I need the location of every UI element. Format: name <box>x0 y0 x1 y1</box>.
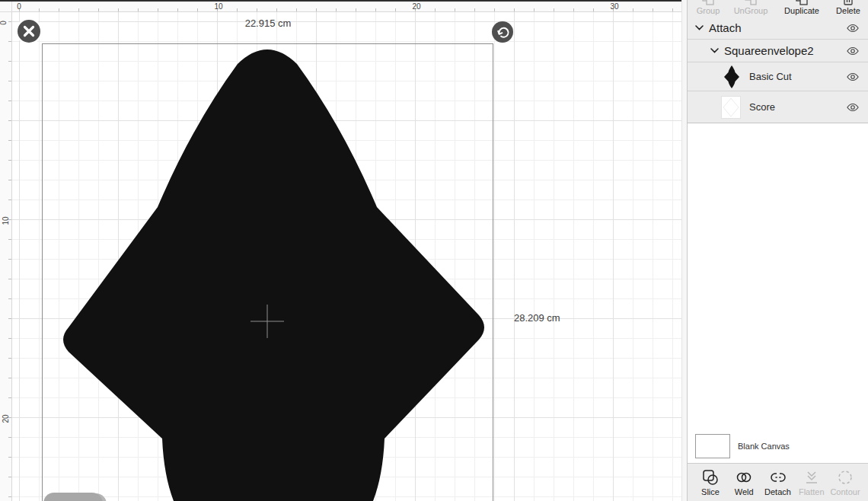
duplicate-icon <box>796 0 808 5</box>
ruler-ticks-horizontal <box>0 8 681 11</box>
ungroup-button: UnGroup <box>728 0 774 17</box>
attach-group-label: Attach <box>709 21 742 34</box>
ungroup-icon <box>745 0 757 5</box>
group-icon <box>702 0 714 5</box>
contour-label: Contour <box>830 487 860 496</box>
blank-canvas-row[interactable]: Blank Canvas <box>688 429 868 463</box>
eye-icon <box>846 46 860 56</box>
contour-button: Contour <box>828 464 862 501</box>
chevron-down-icon[interactable] <box>695 25 704 30</box>
blank-canvas-thumbnail <box>695 434 730 458</box>
selection-height-label: 28.209 cm <box>514 312 560 324</box>
rotate-circle-icon <box>491 21 514 43</box>
ruler-corner <box>0 2 12 12</box>
flatten-button: Flatten <box>795 464 828 501</box>
selection-width-label: 22.915 cm <box>245 18 292 29</box>
duplicate-button[interactable]: Duplicate <box>777 0 826 17</box>
ruler-label: 30 <box>610 2 618 11</box>
x-circle-icon <box>15 18 43 45</box>
detach-label: Detach <box>764 487 791 496</box>
ruler-label: 0 <box>0 21 8 25</box>
duplicate-label: Duplicate <box>784 6 819 15</box>
rotate-selection-handle[interactable] <box>491 21 514 43</box>
slice-button[interactable]: Slice <box>694 464 727 501</box>
ruler-vertical: 0 10 20 <box>0 12 12 501</box>
score-thumbnail <box>721 96 741 119</box>
eye-icon <box>846 72 860 81</box>
blank-canvas-label: Blank Canvas <box>738 442 790 451</box>
canvas-area: 0 10 20 30 0 10 20 22.915 cm 28.209 cm <box>0 0 681 501</box>
ruler-label: 20 <box>412 2 420 11</box>
ungroup-label: UnGroup <box>734 6 768 15</box>
weld-button[interactable]: Weld <box>727 464 761 501</box>
ruler-horizontal: 0 10 20 30 <box>0 2 681 12</box>
selection-bottom-handle[interactable] <box>43 493 103 501</box>
layers-toolbar: Group UnGroup Duplicate Delete <box>688 0 868 17</box>
layer-row-squareenvelope2[interactable]: Squareenvelope2 <box>688 40 868 62</box>
selection-bounding-box[interactable] <box>42 43 493 501</box>
slice-icon <box>702 469 719 486</box>
layers-panel: Group UnGroup Duplicate Delete <box>687 0 868 501</box>
layer-row-basic-cut[interactable]: Basic Cut <box>688 62 868 91</box>
trash-icon <box>843 0 854 5</box>
weld-label: Weld <box>735 487 754 496</box>
detach-button[interactable]: Detach <box>761 464 795 501</box>
ruler-label: 10 <box>214 2 222 11</box>
ruler-label: 10 <box>2 216 10 225</box>
delete-selection-handle[interactable] <box>15 18 43 45</box>
design-app: 0 10 20 30 0 10 20 22.915 cm 28.209 cm <box>0 0 868 501</box>
eye-icon <box>846 23 860 33</box>
contour-icon <box>837 469 854 486</box>
layers-empty-area <box>688 123 868 429</box>
visibility-toggle[interactable] <box>846 23 860 33</box>
score-label: Score <box>749 101 775 113</box>
delete-button[interactable]: Delete <box>829 0 867 17</box>
basic-cut-label: Basic Cut <box>749 71 792 82</box>
ruler-label: 20 <box>2 414 10 423</box>
layer-actions-toolbar: Slice Weld Detach Flatten <box>688 463 868 501</box>
layer-row-attach[interactable]: Attach <box>688 17 868 40</box>
group-label: Group <box>697 6 720 15</box>
layer-row-score[interactable]: Score <box>688 91 868 123</box>
eye-icon <box>846 102 860 112</box>
delete-label: Delete <box>836 6 860 15</box>
detach-icon <box>770 469 787 486</box>
flatten-icon <box>803 469 820 486</box>
ruler-ticks-vertical <box>8 12 11 501</box>
slice-label: Slice <box>701 487 720 496</box>
chevron-down-icon[interactable] <box>710 48 719 53</box>
canvas-grid[interactable]: 22.915 cm 28.209 cm <box>12 12 681 501</box>
visibility-toggle[interactable] <box>846 72 860 81</box>
weld-icon <box>736 469 752 486</box>
ruler-label: 0 <box>17 2 21 11</box>
flatten-label: Flatten <box>799 487 825 496</box>
group-name-label: Squareenvelope2 <box>724 44 814 57</box>
group-button: Group <box>688 0 729 17</box>
basic-cut-thumbnail <box>723 65 741 88</box>
visibility-toggle[interactable] <box>846 102 860 112</box>
canvas-scrollbar[interactable] <box>681 0 687 501</box>
visibility-toggle[interactable] <box>846 46 860 56</box>
